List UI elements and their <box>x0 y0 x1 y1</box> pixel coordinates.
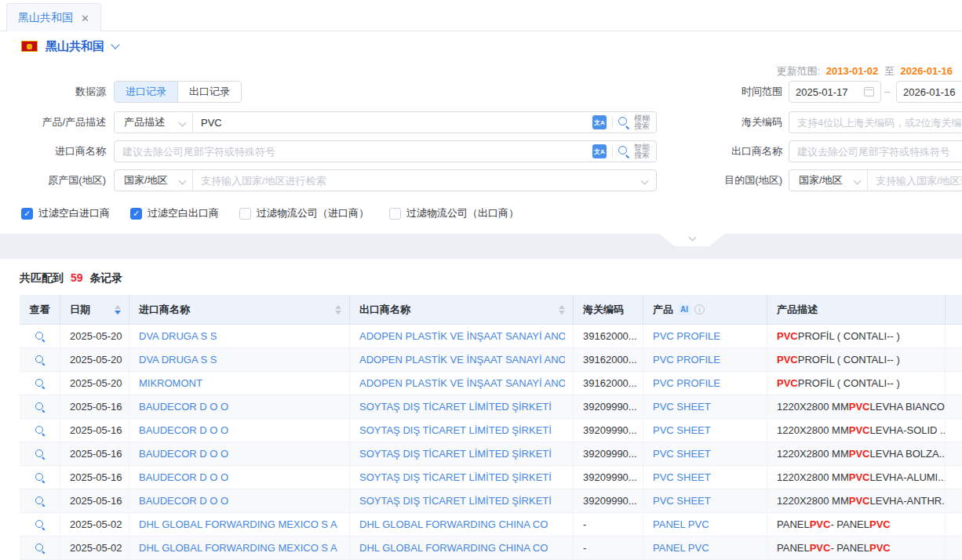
country-chevron-down-icon[interactable] <box>111 40 119 49</box>
translate-icon[interactable]: 文A <box>592 115 607 129</box>
importer-row: 进口商名称 文A 智能 搜索 出口商名称 <box>0 140 962 162</box>
tab-close-icon[interactable]: ✕ <box>81 13 89 24</box>
importer-link[interactable]: BAUDECOR D O O <box>139 471 228 483</box>
hs-code-label: 海关编码 <box>691 111 782 133</box>
product-link[interactable]: PANEL PVC <box>653 542 709 554</box>
view-record-button[interactable] <box>35 543 46 554</box>
info-icon[interactable]: i <box>694 304 705 315</box>
product-input[interactable] <box>193 112 592 133</box>
importer-link[interactable]: BAUDECOR D O O <box>139 448 228 460</box>
column-label: 海关编码 <box>583 303 624 317</box>
exporter-link[interactable]: DHL GLOBAL FORWARDING CHINA CO <box>359 542 548 554</box>
sort-control[interactable] <box>335 305 341 315</box>
chevron-down-icon[interactable] <box>641 176 649 184</box>
hs-code-input[interactable] <box>789 111 962 133</box>
importer-link[interactable]: DVA DRUGA S S <box>139 354 217 365</box>
table-row: 2025-05-20DVA DRUGA S SADOPEN PLASTİK VE… <box>20 348 962 372</box>
checkbox-unchecked-icon[interactable] <box>239 208 251 220</box>
filter-checkbox-1[interactable]: ✓过滤空白出口商 <box>130 206 219 220</box>
origin-label: 原产国(地区) <box>0 169 106 191</box>
start-date-value[interactable] <box>796 86 864 98</box>
collapse-filters-button[interactable] <box>659 234 725 246</box>
column-label: 日期 <box>70 303 90 317</box>
product-link[interactable]: PVC PROFILE <box>653 330 720 342</box>
extra-cell <box>946 348 962 371</box>
importer-link[interactable]: BAUDECOR D O O <box>139 424 228 436</box>
exporter-link[interactable]: SOYTAŞ DIŞ TİCARET LİMİTED ŞİRKETİ <box>359 495 552 507</box>
exporter-link[interactable]: ADOPEN PLASTİK VE İNŞAAT SANAYİ ANO... <box>359 377 565 389</box>
import-records-button[interactable]: 进口记录 <box>115 82 177 102</box>
view-record-button[interactable] <box>35 472 46 483</box>
product-link[interactable]: PVC SHEET <box>653 495 711 507</box>
description-text: PROFİL ( CONTALI-- ) <box>798 377 900 389</box>
exporter-link[interactable]: SOYTAŞ DIŞ TİCARET LİMİTED ŞİRKETİ <box>359 424 552 436</box>
exporter-link[interactable]: ADOPEN PLASTİK VE İNŞAAT SANAYİ ANO... <box>359 330 565 342</box>
product-field-select[interactable]: 产品描述 <box>115 112 193 133</box>
exporter-link[interactable]: DHL GLOBAL FORWARDING CHINA CO <box>359 518 548 530</box>
view-record-button[interactable] <box>35 449 46 460</box>
view-record-button[interactable] <box>35 496 46 507</box>
exporter-input[interactable] <box>789 140 962 162</box>
exporter-link[interactable]: SOYTAŞ DIŞ TİCARET LİMİTED ŞİRKETİ <box>359 471 552 483</box>
importer-link[interactable]: DVA DRUGA S S <box>139 330 217 342</box>
sort-control[interactable] <box>115 305 121 315</box>
importer-link[interactable]: DHL GLOBAL FORWARDING MEXICO S A <box>139 518 337 530</box>
smart-search-icon[interactable] <box>618 146 630 158</box>
fuzzy-search-label[interactable]: 模糊 搜索 <box>634 115 650 130</box>
smart-search-label[interactable]: 智能 搜索 <box>634 144 650 159</box>
importer-input[interactable] <box>115 141 592 162</box>
view-record-button[interactable] <box>35 378 46 389</box>
update-range-label: 更新范围: <box>777 65 821 77</box>
exporter-link[interactable]: SOYTAŞ DIŞ TİCARET LİMİTED ŞİRKETİ <box>359 401 552 413</box>
checkbox-checked-icon[interactable]: ✓ <box>21 208 33 220</box>
end-date-input[interactable] <box>896 81 962 103</box>
fuzzy-search-icon[interactable] <box>618 117 630 129</box>
origin-input[interactable] <box>193 170 639 191</box>
sort-asc-icon <box>335 305 341 309</box>
destination-input[interactable] <box>868 170 962 191</box>
view-record-button[interactable] <box>35 402 46 413</box>
start-date-input[interactable] <box>789 81 881 103</box>
description-cell: PANEL PVC - PANEL PVC <box>767 513 946 536</box>
product-link[interactable]: PVC PROFILE <box>653 377 720 389</box>
importer-link[interactable]: MIKROMONT <box>139 377 202 389</box>
exporter-label: 出口商名称 <box>691 140 782 162</box>
checkbox-unchecked-icon[interactable] <box>389 208 401 220</box>
end-date-value[interactable] <box>903 86 962 98</box>
origin-region-select[interactable]: 国家/地区 <box>115 170 193 191</box>
importer-link[interactable]: DHL GLOBAL FORWARDING MEXICO S A <box>139 542 337 554</box>
tab-montenegro[interactable]: 黑山共和国 ✕ <box>6 3 101 32</box>
importer-link[interactable]: BAUDECOR D O O <box>139 495 228 507</box>
product-field-select-value: 产品描述 <box>124 115 165 129</box>
importer-link[interactable]: BAUDECOR D O O <box>139 401 228 413</box>
table-header-cell-2: 进口商名称 <box>129 295 350 324</box>
hs-code-cell: 39162000... <box>574 325 643 347</box>
view-record-button[interactable] <box>35 331 46 342</box>
product-link[interactable]: PVC SHEET <box>653 424 711 436</box>
filter-checkbox-3[interactable]: 过滤物流公司（出口商） <box>389 206 519 220</box>
checkbox-checked-icon[interactable]: ✓ <box>130 208 142 220</box>
product-link[interactable]: PVC PROFILE <box>653 354 720 365</box>
exporter-link[interactable]: SOYTAŞ DIŞ TİCARET LİMİTED ŞİRKETİ <box>359 448 552 460</box>
view-record-button[interactable] <box>35 425 46 436</box>
hs-code-cell: 39209990... <box>574 489 643 512</box>
product-link[interactable]: PANEL PVC <box>653 518 709 530</box>
table-header-cell-extra <box>946 295 962 324</box>
sort-control[interactable] <box>559 305 565 315</box>
exporter-cell: ADOPEN PLASTİK VE İNŞAAT SANAYİ ANO... <box>350 372 574 395</box>
view-record-button[interactable] <box>35 519 46 530</box>
match-count: 59 <box>71 271 83 284</box>
view-record-button[interactable] <box>35 355 46 365</box>
filter-checkbox-2[interactable]: 过滤物流公司（进口商） <box>239 206 369 220</box>
product-link[interactable]: PVC SHEET <box>653 448 711 460</box>
destination-region-select[interactable]: 国家/地区 <box>789 170 868 191</box>
filter-checkbox-0[interactable]: ✓过滤空白进口商 <box>21 206 110 220</box>
export-records-button[interactable]: 出口记录 <box>177 82 241 102</box>
product-link[interactable]: PVC SHEET <box>653 401 711 413</box>
calendar-icon[interactable] <box>864 87 874 96</box>
description-text: 1220X2800 MM <box>777 424 849 436</box>
exporter-link[interactable]: ADOPEN PLASTİK VE İNŞAAT SANAYİ ANO... <box>359 354 565 365</box>
translate-icon[interactable]: 文A <box>592 144 607 158</box>
product-link[interactable]: PVC SHEET <box>653 471 711 483</box>
results-card: 共匹配到 59 条记录 查看日期进口商名称出口商名称海关编码产品AIi产品描述 … <box>6 259 962 560</box>
